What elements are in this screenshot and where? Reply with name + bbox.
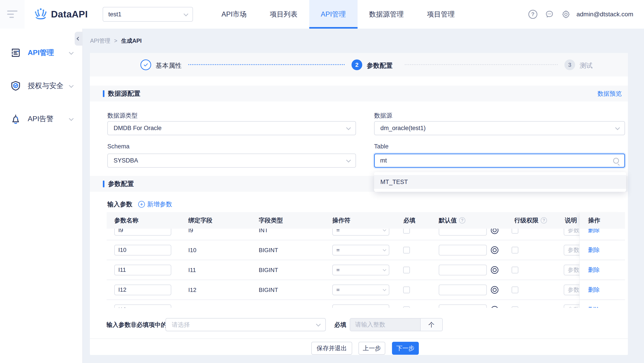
bound-field-text: I9 bbox=[188, 229, 193, 234]
delete-link[interactable]: 删除 bbox=[588, 246, 600, 254]
bound-field-text: I13 bbox=[188, 306, 196, 308]
breadcrumb-parent[interactable]: API管理 bbox=[90, 37, 110, 44]
required-checkbox[interactable] bbox=[403, 247, 410, 254]
sidebar-item-auth-security[interactable]: 授权与安全 bbox=[0, 77, 82, 95]
row-actions-fixed: 删除 bbox=[580, 300, 625, 308]
nav-project-manage[interactable]: 项目管理 bbox=[416, 0, 466, 29]
user-email[interactable]: admin@dtstack.com bbox=[576, 11, 633, 18]
nav-api-market[interactable]: API市场 bbox=[210, 0, 258, 29]
required-checkbox[interactable] bbox=[403, 267, 410, 273]
hamburger-menu-icon[interactable] bbox=[7, 10, 18, 18]
table-suggestion-item[interactable]: MT_TEST bbox=[374, 175, 626, 189]
help-icon[interactable]: ? bbox=[528, 9, 538, 19]
nav-api-manage[interactable]: API管理 bbox=[309, 0, 358, 29]
operator-select[interactable]: = bbox=[332, 265, 389, 275]
field-type-text: BIGINT bbox=[259, 266, 278, 273]
chevron-down-icon bbox=[615, 125, 620, 130]
datasource-section-header: 数据源配置 数据预览 bbox=[90, 86, 628, 101]
row-permission-checkbox[interactable] bbox=[512, 307, 518, 308]
th-bound-field: 绑定字段 bbox=[188, 212, 212, 229]
operator-select[interactable]: = bbox=[332, 229, 389, 236]
gear-icon[interactable] bbox=[561, 9, 571, 19]
eye-icon[interactable] bbox=[491, 306, 498, 308]
optional-params-select[interactable]: 请选择 bbox=[166, 318, 326, 331]
top-nav: API市场 项目列表 API管理 数据源管理 项目管理 bbox=[210, 0, 466, 29]
step1-check-circle bbox=[140, 59, 151, 70]
schema-select[interactable]: SYSDBA bbox=[107, 154, 356, 168]
th-param-name: 参数名称 bbox=[114, 212, 138, 229]
schema-label: Schema bbox=[107, 143, 130, 150]
header-right: ? admin@dtstack.com bbox=[521, 9, 644, 19]
row-actions-fixed: 删除 bbox=[580, 229, 625, 240]
delete-link[interactable]: 删除 bbox=[588, 229, 600, 234]
add-param-link[interactable]: 新增参数 bbox=[147, 200, 172, 209]
project-select[interactable]: test1 bbox=[103, 7, 193, 22]
default-value-input[interactable] bbox=[439, 265, 487, 275]
eye-icon[interactable] bbox=[491, 229, 498, 234]
default-value-input[interactable] bbox=[439, 305, 487, 308]
delete-link[interactable]: 删除 bbox=[588, 306, 600, 308]
datasource-type-select[interactable]: DMDB For Oracle bbox=[107, 121, 356, 135]
row-permission-checkbox[interactable] bbox=[512, 247, 518, 254]
eye-icon[interactable] bbox=[491, 286, 498, 294]
chevron-left-icon bbox=[77, 37, 80, 41]
operator-select[interactable]: = bbox=[332, 305, 389, 308]
field-type-text: BIGINT bbox=[259, 306, 278, 308]
required-count-input[interactable] bbox=[350, 319, 420, 331]
table-row: I11 BIGINT = 删除 bbox=[107, 260, 625, 280]
default-value-input[interactable] bbox=[439, 245, 487, 256]
field-type-text: INT bbox=[259, 229, 268, 234]
delete-link[interactable]: 删除 bbox=[588, 266, 600, 274]
required-checkbox[interactable] bbox=[403, 229, 410, 234]
step3-number: 3 bbox=[564, 59, 575, 70]
data-preview-link[interactable]: 数据预览 bbox=[598, 90, 622, 98]
param-name-input[interactable] bbox=[114, 305, 171, 308]
step-connector-1 bbox=[188, 64, 345, 65]
table-search-input[interactable] bbox=[380, 157, 613, 164]
chevron-down-icon bbox=[184, 11, 188, 16]
operator-select[interactable]: = bbox=[332, 245, 389, 256]
chevron-down-icon bbox=[69, 50, 74, 54]
row-permission-checkbox[interactable] bbox=[512, 229, 518, 234]
th-row-permission: 行级权限 ? bbox=[514, 212, 547, 229]
question-icon[interactable]: ? bbox=[459, 217, 465, 224]
app-logo: DataAPI bbox=[34, 7, 88, 21]
footer-divider bbox=[90, 339, 628, 339]
row-permission-checkbox[interactable] bbox=[512, 267, 518, 273]
required-checkbox[interactable] bbox=[403, 287, 410, 293]
sidebar-collapse-button[interactable] bbox=[75, 32, 82, 46]
section-accent-bar bbox=[103, 90, 104, 97]
nav-project-list[interactable]: 项目列表 bbox=[258, 0, 309, 29]
next-step-button[interactable]: 下一步 bbox=[392, 342, 419, 355]
required-count-group: 个 bbox=[350, 318, 443, 331]
param-name-input[interactable] bbox=[114, 285, 171, 295]
eye-icon[interactable] bbox=[491, 246, 498, 254]
save-exit-button[interactable]: 保存并退出 bbox=[311, 342, 352, 355]
burger-zone bbox=[0, 0, 24, 29]
bound-field-text: I10 bbox=[188, 247, 196, 254]
optional-rule-row: 输入参数非必填项中的 请选择 必填 个 bbox=[90, 318, 628, 332]
th-operator: 操作符 bbox=[332, 212, 350, 229]
default-value-input[interactable] bbox=[439, 229, 487, 236]
param-name-input[interactable] bbox=[114, 229, 171, 236]
required-checkbox[interactable] bbox=[403, 307, 410, 308]
sidebar-item-api-manage[interactable]: API管理 bbox=[0, 44, 82, 62]
question-icon[interactable]: ? bbox=[541, 217, 547, 224]
field-type-text: BIGINT bbox=[259, 286, 278, 293]
row-permission-checkbox[interactable] bbox=[512, 287, 518, 293]
message-icon[interactable] bbox=[545, 9, 554, 19]
sidebar-item-api-alert[interactable]: API告警 bbox=[0, 110, 82, 128]
input-params-label: 输入参数 bbox=[107, 200, 132, 209]
param-name-input[interactable] bbox=[114, 265, 171, 275]
param-name-input[interactable] bbox=[114, 245, 171, 256]
operator-select[interactable]: = bbox=[332, 285, 389, 295]
nav-datasource-manage[interactable]: 数据源管理 bbox=[358, 0, 416, 29]
operator-value: = bbox=[336, 266, 340, 273]
table-label: Table bbox=[374, 143, 389, 150]
default-value-input[interactable] bbox=[439, 285, 487, 295]
delete-link[interactable]: 删除 bbox=[588, 286, 600, 294]
prev-step-button[interactable]: 上一步 bbox=[358, 342, 385, 355]
datasource-select[interactable]: dm_oracle(test1) bbox=[374, 121, 625, 135]
eye-icon[interactable] bbox=[491, 266, 498, 274]
fountain-logo-icon bbox=[34, 7, 48, 21]
